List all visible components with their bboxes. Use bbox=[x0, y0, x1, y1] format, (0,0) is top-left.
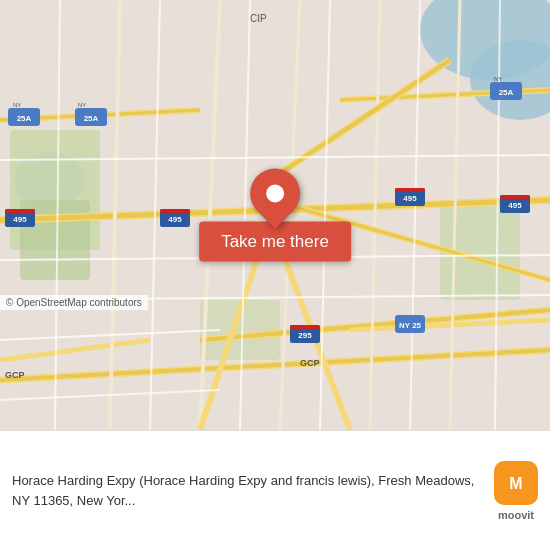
svg-text:NY: NY bbox=[13, 102, 21, 108]
location-pin bbox=[240, 158, 311, 229]
svg-text:NY: NY bbox=[78, 102, 86, 108]
info-text: Horace Harding Expy (Horace Harding Expy… bbox=[12, 471, 484, 509]
location-pin-inner bbox=[266, 185, 284, 203]
svg-text:NY 25: NY 25 bbox=[399, 321, 422, 330]
moovit-label: moovit bbox=[498, 509, 534, 521]
svg-rect-70 bbox=[160, 209, 190, 213]
svg-text:295: 295 bbox=[298, 331, 312, 340]
moovit-icon: M bbox=[494, 461, 538, 505]
copyright-bar: © OpenStreetMap contributors bbox=[0, 295, 148, 310]
svg-text:M: M bbox=[509, 475, 522, 492]
address-text: Horace Harding Expy (Horace Harding Expy… bbox=[12, 473, 474, 507]
svg-text:NY: NY bbox=[494, 76, 502, 82]
svg-text:25A: 25A bbox=[499, 88, 514, 97]
svg-text:25A: 25A bbox=[17, 114, 32, 123]
map-container: 25A NY 25A NY 495 495 495 295 GCP GCP NY… bbox=[0, 0, 550, 430]
svg-text:495: 495 bbox=[403, 194, 417, 203]
svg-rect-50 bbox=[5, 209, 35, 213]
svg-text:CIP: CIP bbox=[250, 13, 267, 24]
svg-text:495: 495 bbox=[13, 215, 27, 224]
svg-rect-53 bbox=[395, 188, 425, 192]
info-bar: Horace Harding Expy (Horace Harding Expy… bbox=[0, 430, 550, 550]
svg-text:25A: 25A bbox=[84, 114, 99, 123]
button-overlay: Take me there bbox=[199, 169, 351, 262]
svg-text:495: 495 bbox=[508, 201, 522, 210]
svg-text:495: 495 bbox=[168, 215, 182, 224]
svg-rect-56 bbox=[500, 195, 530, 199]
moovit-logo[interactable]: M moovit bbox=[494, 461, 538, 521]
copyright-text: © OpenStreetMap contributors bbox=[6, 297, 142, 308]
svg-text:GCP: GCP bbox=[300, 358, 320, 368]
svg-text:GCP: GCP bbox=[5, 370, 25, 380]
svg-rect-59 bbox=[290, 325, 320, 329]
